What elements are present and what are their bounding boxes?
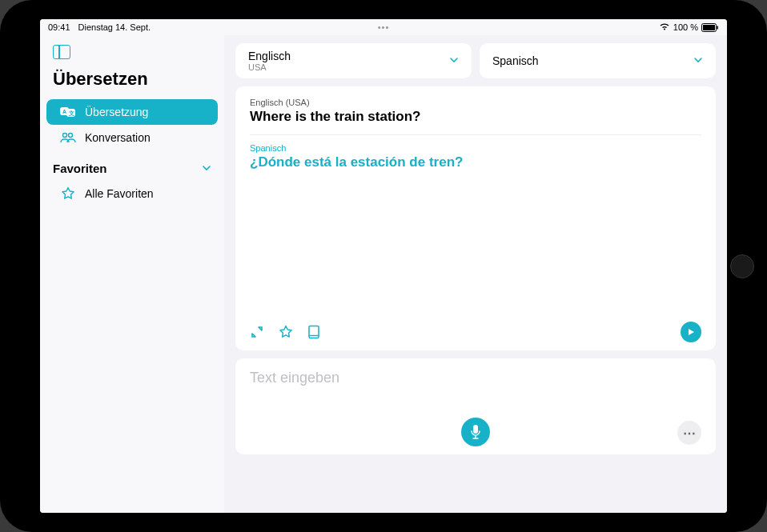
favorites-header-label: Favoriten	[53, 162, 107, 175]
sidebar-item-label: Übersetzung	[85, 106, 148, 118]
battery-percent: 100 %	[673, 22, 698, 32]
source-language-selector[interactable]: Englisch USA	[235, 43, 472, 78]
source-language-name: Englisch	[248, 50, 291, 62]
star-outline-icon	[59, 186, 77, 201]
expand-icon[interactable]	[250, 325, 264, 339]
sidebar-item-translation[interactable]: A文 Übersetzung	[46, 99, 218, 125]
microphone-icon	[469, 424, 482, 440]
svg-point-8	[69, 134, 73, 138]
svg-text:文: 文	[68, 110, 74, 117]
favorite-star-icon[interactable]	[279, 325, 293, 339]
text-input-card[interactable]: Text eingeben ⋯	[235, 358, 716, 454]
translation-actions	[250, 314, 701, 342]
more-options-button[interactable]: ⋯	[677, 421, 701, 445]
sidebar-item-label: Konversation	[85, 131, 151, 144]
sidebar-panel-icon	[53, 45, 70, 59]
microphone-button[interactable]	[461, 418, 490, 446]
target-language-label: Spanisch	[250, 143, 701, 153]
sidebar-item-conversation[interactable]: Konversation	[46, 125, 218, 150]
main-panel: Englisch USA Spanisch	[224, 35, 727, 513]
chevron-down-icon	[693, 54, 703, 68]
language-selector-row: Englisch USA Spanisch	[235, 43, 716, 78]
multitask-dots-icon[interactable]: •••	[378, 22, 390, 32]
source-language-region: USA	[248, 62, 291, 72]
svg-rect-1	[703, 25, 715, 30]
svg-point-7	[63, 134, 67, 138]
status-date: Dienstag 14. Sept.	[78, 22, 151, 32]
source-text[interactable]: Where is the train station?	[250, 109, 701, 125]
sidebar-item-all-favorites[interactable]: Alle Favoriten	[46, 180, 218, 207]
dictionary-book-icon[interactable]	[307, 325, 320, 339]
svg-rect-2	[717, 26, 719, 29]
svg-text:A: A	[62, 109, 66, 114]
divider	[250, 134, 701, 135]
home-button[interactable]	[730, 254, 754, 278]
favorites-section-header[interactable]: Favoriten	[40, 150, 224, 180]
input-placeholder: Text eingeben	[250, 370, 701, 386]
chevron-down-icon	[202, 162, 211, 175]
play-icon	[686, 327, 696, 337]
target-text[interactable]: ¿Dónde está la estación de tren?	[250, 154, 701, 170]
chevron-down-icon	[449, 54, 459, 68]
sidebar-item-label: Alle Favoriten	[85, 187, 154, 200]
translate-icon: A文	[59, 106, 77, 118]
target-language-name: Spanisch	[492, 54, 539, 67]
source-language-label: Englisch (USA)	[250, 98, 701, 107]
sidebar-title: Übersetzen	[40, 62, 224, 99]
target-language-selector[interactable]: Spanisch	[480, 43, 716, 78]
svg-rect-10	[473, 425, 478, 434]
ipad-device-frame: ••• 09:41 Dienstag 14. Sept. 100 %	[0, 0, 767, 532]
translation-result-card: Englisch (USA) Where is the train statio…	[235, 86, 716, 350]
play-audio-button[interactable]	[681, 322, 701, 342]
people-icon	[59, 131, 77, 144]
content-area: Übersetzen A文 Übersetzung Konversation F…	[40, 35, 727, 513]
ellipsis-icon: ⋯	[683, 426, 696, 441]
battery-icon	[701, 23, 719, 32]
status-time: 09:41	[48, 22, 70, 32]
screen: ••• 09:41 Dienstag 14. Sept. 100 %	[40, 19, 727, 513]
wifi-icon	[659, 22, 670, 32]
sidebar: Übersetzen A文 Übersetzung Konversation F…	[40, 35, 224, 513]
sidebar-toggle-button[interactable]	[40, 42, 224, 62]
